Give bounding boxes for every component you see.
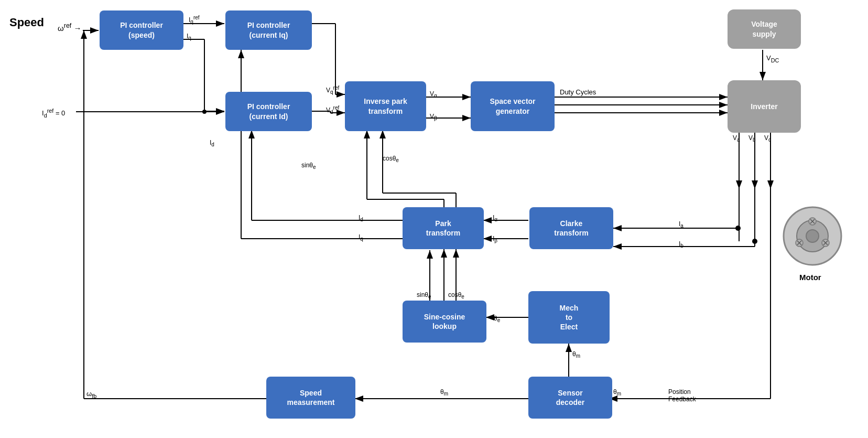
motor-label: Motor	[799, 273, 821, 282]
vdc-label: VDC	[766, 54, 779, 63]
v-beta-label: Vβ	[430, 113, 437, 121]
pi-speed-block: PI controller(speed)	[100, 10, 183, 50]
svg-point-8	[202, 110, 207, 114]
duty-cycles-label: Duty Cycles	[560, 88, 596, 96]
omega-fb-label: ωfb	[86, 390, 96, 399]
theta-e-label: θe	[494, 315, 500, 323]
id-pi-input-label: Id	[210, 139, 214, 147]
pi-iq-block: PI controller(current Iq)	[225, 10, 312, 50]
theta-m-sensor-speed: θm	[440, 388, 448, 397]
speed-measurement-block: Speedmeasurement	[266, 377, 355, 419]
iq-feedback-label: Iq	[187, 33, 191, 41]
vc-label: Vc	[764, 134, 771, 143]
theta-m-up-label: θm	[572, 350, 580, 359]
cos-theta-inv-park: cosθe	[383, 155, 399, 163]
svg-point-28	[735, 226, 741, 231]
sine-cosine-block: Sine-cosinelookup	[403, 301, 486, 343]
position-feedback-label: PositionFeedback	[668, 388, 696, 403]
mech-elect-block: MechtoElect	[528, 291, 610, 344]
omega-ref-label: ωref →	[58, 22, 81, 33]
diagram-container: Speed ωref → PI controller(speed) PI con…	[0, 0, 868, 438]
ia-label: Ia	[679, 220, 683, 229]
ib-label: Ib	[679, 240, 683, 249]
inverse-park-block: Inverse parktransform	[345, 81, 426, 131]
sensor-decoder-block: Sensordecoder	[528, 377, 612, 419]
theta-m-feedback-label: θm	[613, 388, 621, 397]
motor-icon	[781, 205, 844, 270]
sin-theta-inv-park: sinθe	[301, 162, 316, 170]
id-ref-label: Idref = 0	[42, 108, 65, 119]
inverter-block: Inverter	[728, 80, 801, 133]
space-vector-block: Space vectorgenerator	[471, 81, 555, 131]
i-alpha-label: Iα	[493, 214, 497, 222]
cos-theta-park: cosθe	[448, 291, 464, 300]
clarke-block: Clarketransform	[529, 207, 613, 249]
id-feedback-label: Id	[359, 214, 363, 222]
sin-theta-park: sinθe	[417, 291, 431, 300]
speed-ref-label: Speed	[9, 16, 44, 29]
park-block: Parktransform	[403, 207, 484, 249]
svg-point-31	[752, 239, 757, 244]
pi-id-block: PI controller(current Id)	[225, 92, 312, 131]
voltage-supply-block: Voltagesupply	[728, 9, 801, 49]
iq-park-label: Iq	[359, 233, 363, 242]
iq-ref-label: Iqref	[189, 15, 200, 25]
v-alpha-label: Vα	[430, 90, 437, 99]
svg-point-56	[806, 230, 819, 242]
vq-ref-label: Vqref	[326, 85, 339, 95]
va-label: Va	[733, 134, 740, 143]
i-beta-label: Iβ	[493, 235, 497, 243]
vd-ref-label: Vdref	[326, 105, 339, 115]
vb-label: Vb	[748, 134, 756, 143]
